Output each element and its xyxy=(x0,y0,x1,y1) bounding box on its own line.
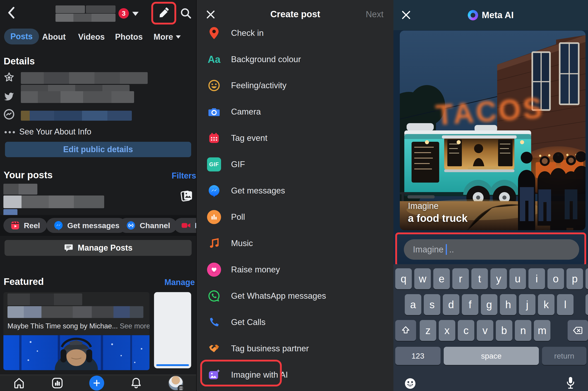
key-j[interactable]: j xyxy=(519,294,535,315)
see-about-info-label[interactable]: See Your About Info xyxy=(19,127,91,137)
edit-pencil-button[interactable] xyxy=(153,4,174,23)
search-icon xyxy=(180,7,192,19)
back-button[interactable] xyxy=(5,6,18,19)
pencil-icon xyxy=(158,7,170,19)
option-raise-money[interactable]: Raise money xyxy=(207,257,386,282)
key-s[interactable]: s xyxy=(424,294,440,315)
key-partial xyxy=(586,294,588,315)
nav-notifications-button[interactable] xyxy=(130,377,142,390)
key-z[interactable]: z xyxy=(420,320,436,341)
progress-bar xyxy=(156,364,189,366)
option-get-whatsapp-messages[interactable]: Get WhatsApp messages xyxy=(207,283,386,309)
key-f[interactable]: f xyxy=(462,294,478,315)
key-l[interactable]: l xyxy=(557,294,574,315)
key-m[interactable]: m xyxy=(534,320,550,341)
channel-button[interactable]: Channel xyxy=(119,218,177,233)
option-tag-business-partner[interactable]: Tag business partner xyxy=(207,336,386,361)
key-y[interactable]: y xyxy=(490,268,507,289)
key-v[interactable]: v xyxy=(477,320,493,341)
heart-donate-icon xyxy=(207,263,221,277)
notification-badge: 3 xyxy=(119,8,129,19)
nav-create-button[interactable] xyxy=(89,376,104,391)
close-button[interactable] xyxy=(400,9,412,21)
key-d[interactable]: d xyxy=(443,294,459,315)
key-b[interactable]: b xyxy=(496,320,512,341)
tab-about[interactable]: About xyxy=(42,32,66,42)
poll-icon xyxy=(207,210,221,224)
key-x[interactable]: x xyxy=(439,320,455,341)
key-r[interactable]: r xyxy=(452,268,469,289)
key-i[interactable]: i xyxy=(528,268,545,289)
search-button[interactable] xyxy=(179,6,193,20)
smiley-icon xyxy=(207,79,221,93)
prompt-trailing-dots: .. xyxy=(449,245,454,254)
option-get-calls[interactable]: Get Calls xyxy=(207,309,386,335)
live-video-button[interactable]: L xyxy=(174,218,196,233)
key-u[interactable]: u xyxy=(509,268,526,289)
featured-card-blank[interactable] xyxy=(154,292,191,368)
key-h[interactable]: h xyxy=(500,294,517,315)
featured-card[interactable]: Maybe This Time song by Michae... See mo… xyxy=(3,292,149,370)
nav-dashboard-button[interactable] xyxy=(51,377,64,390)
shift-key[interactable] xyxy=(395,320,416,341)
space-key[interactable]: space xyxy=(444,347,539,365)
reel-label: Reel xyxy=(24,221,40,230)
key-n[interactable]: n xyxy=(515,320,531,341)
image-caption-line2: a food truck xyxy=(408,212,467,224)
option-feeling-activity[interactable]: Feeling/activity xyxy=(207,73,386,98)
key-a[interactable]: a xyxy=(405,294,421,315)
post-composer-redacted xyxy=(3,184,108,218)
key-k[interactable]: k xyxy=(538,294,554,315)
featured-video-thumbnail[interactable] xyxy=(3,335,149,370)
handshake-icon xyxy=(207,342,221,356)
nav-menu-button[interactable] xyxy=(168,375,184,391)
key-o[interactable]: o xyxy=(547,268,564,289)
next-button[interactable]: Next xyxy=(366,9,384,19)
tab-posts[interactable]: Posts xyxy=(4,29,39,44)
tab-photos[interactable]: Photos xyxy=(115,32,143,42)
generated-image: TACOS xyxy=(400,31,586,230)
chevron-down-icon[interactable] xyxy=(132,12,139,16)
key-c[interactable]: c xyxy=(458,320,474,341)
tab-videos[interactable]: Videos xyxy=(78,32,105,42)
option-get-messages[interactable]: Get messages xyxy=(207,178,386,203)
return-key[interactable]: return xyxy=(542,347,587,365)
option-label: Get messages xyxy=(231,186,285,196)
photo-gallery-button[interactable] xyxy=(179,188,194,203)
bell-icon xyxy=(130,377,142,390)
filters-link[interactable]: Filters xyxy=(172,171,196,181)
key-p[interactable]: p xyxy=(567,268,583,289)
imagine-prompt-input[interactable]: Imagine .. xyxy=(404,239,579,260)
edit-public-details-button[interactable]: Edit public details xyxy=(5,142,191,157)
option-poll[interactable]: Poll xyxy=(207,204,386,230)
key-q[interactable]: q xyxy=(395,268,412,289)
live-video-icon xyxy=(181,220,191,231)
featured-caption: Maybe This Time song by Michae... See mo… xyxy=(7,322,146,330)
see-more-link[interactable]: See more xyxy=(120,322,149,330)
emoji-keyboard-button[interactable] xyxy=(403,377,417,390)
key-g[interactable]: g xyxy=(481,294,497,315)
option-music[interactable]: Music xyxy=(207,231,386,256)
numbers-key[interactable]: 123 xyxy=(395,347,441,365)
option-gif[interactable]: GIF GIF xyxy=(207,152,386,177)
dictation-button[interactable] xyxy=(564,376,577,390)
nav-home-button[interactable] xyxy=(13,377,25,390)
reel-icon xyxy=(10,220,20,230)
option-tag-event[interactable]: Tag event xyxy=(207,125,386,151)
meta-ai-title: Meta AI xyxy=(482,10,514,20)
get-messages-button[interactable]: Get messages xyxy=(46,218,126,233)
video-scene xyxy=(3,335,149,370)
key-e[interactable]: e xyxy=(433,268,450,289)
key-t[interactable]: t xyxy=(471,268,488,289)
key-w[interactable]: w xyxy=(414,268,431,289)
manage-posts-button[interactable]: Manage Posts xyxy=(4,240,192,256)
option-label: Raise money xyxy=(231,265,280,275)
backspace-key[interactable] xyxy=(568,320,588,341)
option-camera[interactable]: Camera xyxy=(207,99,386,124)
option-label: Music xyxy=(231,239,253,248)
tab-more[interactable]: More xyxy=(154,32,181,42)
reel-button[interactable]: Reel xyxy=(3,218,47,233)
option-check-in[interactable]: Check in xyxy=(207,20,386,46)
option-background-colour[interactable]: Aa Background colour xyxy=(207,47,386,72)
featured-manage-link[interactable]: Manage xyxy=(164,278,195,287)
